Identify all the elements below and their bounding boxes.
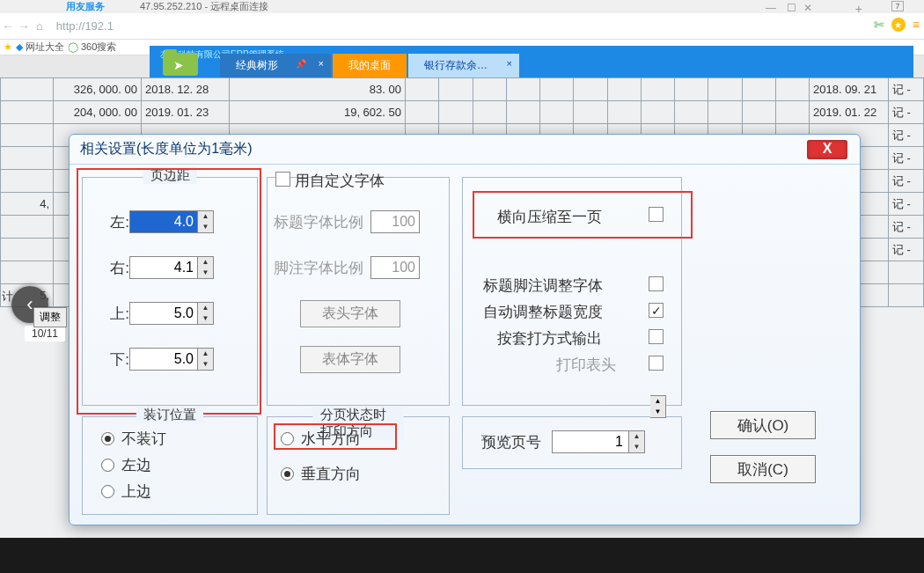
dialog-close-button[interactable]: X bbox=[807, 140, 847, 159]
cell-amount: 204, 000. 00 bbox=[54, 101, 142, 124]
bind-none-radio[interactable] bbox=[101, 432, 114, 445]
title-font-ratio-input[interactable] bbox=[370, 210, 420, 233]
preview-page-spinner[interactable]: ▲▼ bbox=[629, 430, 645, 453]
tab-classic-tree[interactable]: 经典树形 📌 × bbox=[220, 54, 331, 77]
os-tab-yonyou[interactable]: 用友服务 bbox=[66, 0, 105, 13]
header-font-button[interactable]: 表头字体 bbox=[300, 300, 400, 327]
home-icon[interactable]: ⌂ bbox=[36, 19, 43, 33]
bind-none-label: 不装订 bbox=[121, 429, 166, 449]
browser-right-icons: ✄ ★ ≡ bbox=[874, 18, 920, 32]
use-custom-font-label: 用自定义字体 bbox=[295, 171, 385, 191]
tab-desktop-label: 我的桌面 bbox=[348, 59, 391, 71]
tab-bank-balance[interactable]: 银行存款余… × bbox=[408, 54, 519, 77]
tab-close-icon[interactable]: × bbox=[507, 58, 512, 69]
table-row[interactable]: 326, 000. 00 2018. 12. 28 83. 00 2018. 0… bbox=[1, 78, 924, 101]
margin-top-label: 上: bbox=[92, 304, 129, 324]
adjust-button[interactable]: 调整 bbox=[33, 307, 67, 327]
adjust-title-footnote-font-checkbox[interactable] bbox=[649, 276, 664, 291]
binding-legend: 装订位置 bbox=[136, 407, 203, 423]
viewer-bottom-bar bbox=[0, 538, 924, 573]
cell-note: 记 - bbox=[889, 170, 924, 193]
cell-note: 记 - bbox=[889, 101, 924, 124]
print-header-checkbox[interactable] bbox=[649, 356, 664, 371]
footnote-font-ratio-label: 脚注字体比例 bbox=[274, 258, 370, 278]
cell-date: 2019. 01. 23 bbox=[142, 101, 230, 124]
screenshot-icon[interactable]: ✄ bbox=[874, 18, 884, 32]
cancel-button[interactable]: 取消(C) bbox=[710, 455, 816, 483]
gallery-counter: 10/11 bbox=[25, 326, 65, 342]
adjust-title-footnote-font-label: 标题脚注调整字体 bbox=[483, 275, 603, 296]
set-print-output-label: 按套打方式输出 bbox=[497, 328, 602, 349]
check-mark-icon: ✓ bbox=[651, 304, 662, 318]
highlight-margins bbox=[77, 168, 261, 415]
tab-desktop[interactable]: 我的桌面 bbox=[333, 54, 407, 77]
tab-classic-label: 经典树形 bbox=[236, 59, 278, 71]
cell-note: 记 - bbox=[889, 239, 924, 261]
set-print-output-checkbox[interactable] bbox=[649, 329, 664, 344]
preview-page-label: 预览页号 bbox=[481, 432, 552, 452]
cell-value: 83. 00 bbox=[230, 78, 406, 101]
print-header-label: 打印表头 bbox=[556, 355, 616, 375]
cell-left-val: 4, bbox=[1, 193, 54, 216]
margin-bottom-spinner[interactable]: ▲▼ bbox=[198, 348, 214, 371]
orient-vertical-radio[interactable] bbox=[281, 467, 294, 481]
bookmark-star-icon[interactable]: ★ bbox=[4, 41, 12, 53]
margin-left-input[interactable] bbox=[129, 210, 198, 233]
nav-back-icon[interactable]: ← bbox=[0, 19, 16, 33]
cell-note: 记 - bbox=[889, 78, 924, 101]
cell-note: 记 - bbox=[889, 124, 924, 147]
browser-address-bar: ← → ⌂ http://192.1 bbox=[0, 13, 924, 40]
cell-note: 记 - bbox=[889, 147, 924, 170]
os-tab-bar: 用友服务 47.95.252.210 - 远程桌面连接 — ☐ ✕ + 7 bbox=[0, 0, 924, 13]
auto-adjust-title-width-checkbox[interactable]: ✓ bbox=[649, 303, 664, 318]
fit-horizontal-label: 横向压缩至一页 bbox=[497, 207, 602, 227]
window-close-icon[interactable]: ✕ bbox=[803, 2, 812, 14]
os-tab-rdp[interactable]: 47.95.252.210 - 远程桌面连接 bbox=[140, 0, 268, 13]
margin-top-input[interactable] bbox=[129, 302, 198, 325]
tab-count-badge[interactable]: 7 bbox=[891, 1, 904, 11]
cell-value: 19, 602. 50 bbox=[230, 101, 406, 124]
orient-horizontal-radio[interactable] bbox=[281, 432, 294, 445]
window-maximize-icon[interactable]: ☐ bbox=[787, 2, 796, 14]
margin-left-spinner[interactable]: ▲▼ bbox=[198, 210, 214, 233]
bind-top-radio[interactable] bbox=[101, 485, 114, 498]
pin-icon[interactable]: 📌 bbox=[296, 59, 306, 69]
window-minimize-icon[interactable]: — bbox=[766, 2, 776, 14]
bind-left-label: 左边 bbox=[121, 455, 151, 475]
margin-top-spinner[interactable]: ▲▼ bbox=[198, 302, 214, 325]
cell-note: 记 - bbox=[889, 216, 924, 239]
orient-vertical-label: 垂直方向 bbox=[301, 464, 361, 484]
margin-right-input[interactable] bbox=[129, 256, 198, 279]
margin-right-spinner[interactable]: ▲▼ bbox=[198, 256, 214, 279]
nav-forward-icon[interactable]: → bbox=[16, 19, 32, 33]
preview-page-input[interactable] bbox=[552, 430, 629, 453]
body-font-button[interactable]: 表体字体 bbox=[300, 346, 400, 373]
print-settings-dialog: 相关设置(长度单位为1毫米) X 页边距 左: ▲▼ 右: ▲▼ 上: ▲▼ 下… bbox=[69, 134, 861, 525]
margin-bottom-input[interactable] bbox=[129, 348, 198, 371]
options-spinner[interactable]: ▲▼ bbox=[650, 395, 666, 418]
tab-close-icon[interactable]: × bbox=[319, 58, 324, 69]
chevron-left-icon: ‹ bbox=[26, 293, 33, 316]
margin-bottom-label: 下: bbox=[92, 349, 129, 370]
title-font-ratio-label: 标题字体比例 bbox=[274, 212, 370, 232]
orient-horizontal-label: 水平方向 bbox=[301, 429, 361, 449]
ok-button[interactable]: 确认(O) bbox=[710, 411, 816, 439]
bind-left-radio[interactable] bbox=[101, 459, 114, 472]
cell-amount: 326, 000. 00 bbox=[54, 78, 142, 101]
fit-horizontal-checkbox[interactable] bbox=[649, 207, 664, 222]
url-text[interactable]: http://192.1 bbox=[56, 19, 114, 33]
cell-date: 2018. 12. 28 bbox=[142, 78, 230, 101]
dialog-title: 相关设置(长度单位为1毫米) bbox=[70, 135, 860, 165]
table-row[interactable]: 204, 000. 00 2019. 01. 23 19, 602. 50 20… bbox=[1, 101, 924, 124]
browser-menu-icon[interactable]: ≡ bbox=[913, 18, 920, 32]
use-custom-font-checkbox[interactable] bbox=[275, 172, 290, 187]
folder-icon[interactable]: ➤ bbox=[163, 53, 198, 76]
footnote-font-ratio-input[interactable] bbox=[370, 256, 420, 279]
cell-date2: 2018. 09. 21 bbox=[810, 78, 889, 101]
margin-left-label: 左: bbox=[92, 212, 129, 232]
bookmark-360search[interactable]: ◯360搜索 bbox=[68, 40, 116, 54]
bookmark-netnav[interactable]: ◆网址大全 bbox=[16, 40, 64, 54]
favorite-star-icon[interactable]: ★ bbox=[891, 18, 906, 32]
margin-right-label: 右: bbox=[92, 258, 129, 278]
app-tab-bar: 友好科技有限公司ERP管理系统 ➤ 经典树形 📌 × 我的桌面 银行存款余… × bbox=[150, 46, 913, 77]
